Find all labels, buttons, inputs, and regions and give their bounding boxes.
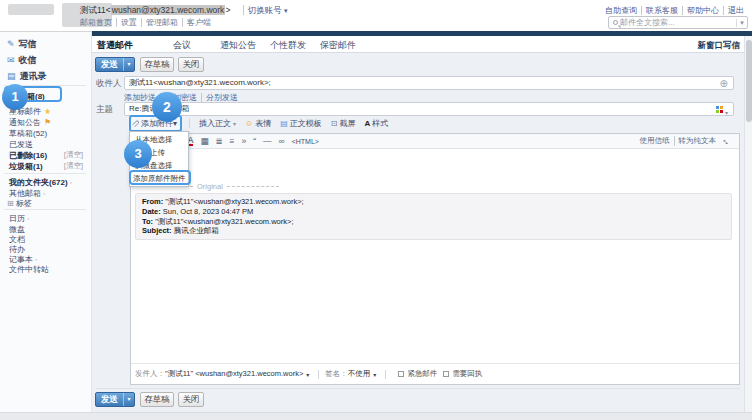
empty-spam-link[interactable]: [清空] [64,161,83,171]
sidebar-item-tags[interactable]: ⊞标签 [5,198,83,208]
logout-link[interactable]: 退出 [728,6,744,15]
document-icon: ▤ [280,119,288,128]
sidebar-contacts-button[interactable]: ▤通讯录 [7,70,47,82]
fullscreen-icon[interactable]: ↔ [720,134,733,147]
style-button[interactable]: A样式 [364,118,388,129]
scrollbar[interactable] [744,36,752,412]
folder-marker-icon: ▫ [43,190,45,197]
sidebar-item-docs[interactable]: 文档 [9,234,87,244]
editor[interactable]: Tr A ▦ ≣ ≡ » “ — ∞ <HTML> 使用信纸 转为纯文本 ↔ O… [130,133,740,385]
urgent-label: 紧急邮件 [407,369,437,379]
urgent-checkbox[interactable] [398,371,404,377]
nav-settings[interactable]: 设置 [121,18,142,27]
tab-confidential-mail[interactable]: 保密邮件 [320,39,356,52]
sidebar-item-file-transfer[interactable]: 文件中转站 [9,264,87,274]
close-button-bottom[interactable]: 关闭 [178,392,204,407]
screenshot-button[interactable]: ⊡截屏 [331,118,356,129]
send-options-icon[interactable]: ▾ [123,58,134,71]
switch-account-link[interactable]: 切换账号 [248,5,282,15]
save-draft-button[interactable]: 存草稿 [140,57,174,72]
quoted-subject: Subject: 腾讯企业邮箱 [142,226,725,236]
scrollbar-thumb[interactable] [746,40,752,122]
tab-normal-mail[interactable]: 普通邮件 [97,39,133,52]
contacts-icon: ▤ [7,71,16,81]
sidebar-item-calendar[interactable]: 日历▫ [9,213,87,223]
label-grid-icon[interactable]: ▾ [716,106,728,113]
account-email: wushan@xty321.wecom.work [111,5,226,15]
sidebar-item-wedisk[interactable]: 微盘 [9,224,87,234]
quoted-message: From: "测试11"<wushan@xty321.wecom.work>; … [135,193,732,240]
send-button[interactable]: 发送▾ [95,57,135,72]
nav-client[interactable]: 客户端 [187,18,211,27]
sidebar-item-todo[interactable]: 待办 [9,244,87,254]
sidebar-receive-button[interactable]: ✉收信 [7,54,37,66]
from-selector[interactable]: "测试11" <wushan@xty321.wecom.work> [165,369,303,379]
receipt-label: 需要回执 [452,369,482,379]
nav-mail-home[interactable]: 邮箱首页 [80,18,117,27]
sidebar-item-deleted[interactable]: 已删除(16)[清空] [9,150,87,160]
paperclip-icon [132,119,140,127]
insert-image-icon[interactable]: ▦ [200,136,208,146]
screen-capture-icon: ⊡ [331,119,338,128]
sidebar-compose-button[interactable]: ✎写信 [7,38,37,50]
to-label: 收件人 [96,78,122,90]
sidebar-item-notes[interactable]: 记事本▫ [9,254,87,264]
indent-icon[interactable]: » [242,136,247,146]
folder-marker-icon: ▫ [35,256,37,263]
to-plain-text-link[interactable]: 转为纯文本 [679,136,717,146]
horizontal-rule-icon[interactable]: — [263,136,272,146]
search-input[interactable] [620,18,736,27]
search-scope-dropdown-icon[interactable]: ▾ [736,19,747,27]
header-nav: 邮箱首页设置管理邮箱客户端 [80,17,211,28]
body-template-button[interactable]: ▤正文模板 [280,118,322,129]
send-separately-link[interactable]: 分别发送 [206,93,238,102]
announcement-icon: ⚑ [44,118,51,127]
help-center-link[interactable]: 帮助中心 [687,6,724,15]
new-window-compose-link[interactable]: 新窗口写信 [698,40,741,52]
chevron-down-icon[interactable]: ▾ [373,371,376,378]
tab-notice[interactable]: 通知公告 [220,39,256,52]
chevron-down-icon: ▾ [725,107,728,116]
sidebar-item-other-mailbox[interactable]: 其他邮箱▫ [9,188,87,198]
send-button-bottom[interactable]: 发送▾ [95,392,135,407]
contact-support-link[interactable]: 联系客服 [646,6,683,15]
self-service-link[interactable]: 自助查询 [605,6,642,15]
chevron-down-icon[interactable]: ▾ [306,371,309,378]
link-icon[interactable]: ∞ [279,136,285,146]
expand-icon[interactable]: ⊞ [7,199,14,208]
send-options-icon[interactable]: ▾ [123,393,134,406]
menu-item-original-attachment[interactable]: 添加原邮件附件 [130,172,188,185]
add-recipient-icon[interactable]: ⊕ [720,78,728,90]
signature-selector[interactable]: 不使用 [348,369,371,379]
receipt-checkbox[interactable] [443,371,449,377]
sidebar-item-my-folders[interactable]: 我的文件夹(672)▫ [9,177,87,187]
quoted-date: Date: Sun, Oct 8, 2023 04:47 PM [142,207,725,217]
emoji-button[interactable]: ☺表情 [245,118,271,129]
folder-marker-icon: ▫ [27,215,29,222]
search-icon [613,20,618,25]
save-draft-button-bottom[interactable]: 存草稿 [140,392,174,407]
sidebar-item-spam[interactable]: 垃圾箱(1)[清空] [9,161,87,171]
account-name: 测试11< [80,5,111,15]
blockquote-icon[interactable]: “ [253,136,256,146]
sidebar-item-drafts[interactable]: 草稿箱(52) [9,128,87,138]
tab-personalized-send[interactable]: 个性群发 [270,39,306,52]
html-toggle[interactable]: <HTML> [292,138,319,145]
mail-icon: ✉ [7,55,15,65]
redacted-logo [8,4,54,15]
insert-body-button[interactable]: 插入正文▾ [199,118,236,129]
page-bottom-strip [0,412,752,420]
tab-meeting[interactable]: 会议 [173,39,191,52]
nav-manage-mail[interactable]: 管理邮箱 [146,18,183,27]
sidebar-item-notice[interactable]: 通知公告⚑ [9,117,87,127]
list-icon[interactable]: ≡ [230,136,235,146]
editor-body[interactable]: Original From: "测试11"<wushan@xty321.weco… [131,149,739,365]
folder-marker-icon: ▫ [70,179,72,186]
close-button[interactable]: 关闭 [178,57,204,72]
empty-deleted-link[interactable]: [清空] [64,150,83,160]
use-stationery-link[interactable]: 使用信纸 [640,136,675,146]
align-icon[interactable]: ≣ [215,136,222,146]
to-field[interactable]: 测试11<wushan@xty321.wecom.work>; ⊕ [124,76,734,90]
sidebar-item-sent[interactable]: 已发送 [9,139,87,149]
quoted-to: To: "测试11"<wushan@xty321.wecom.work>; [142,217,725,227]
